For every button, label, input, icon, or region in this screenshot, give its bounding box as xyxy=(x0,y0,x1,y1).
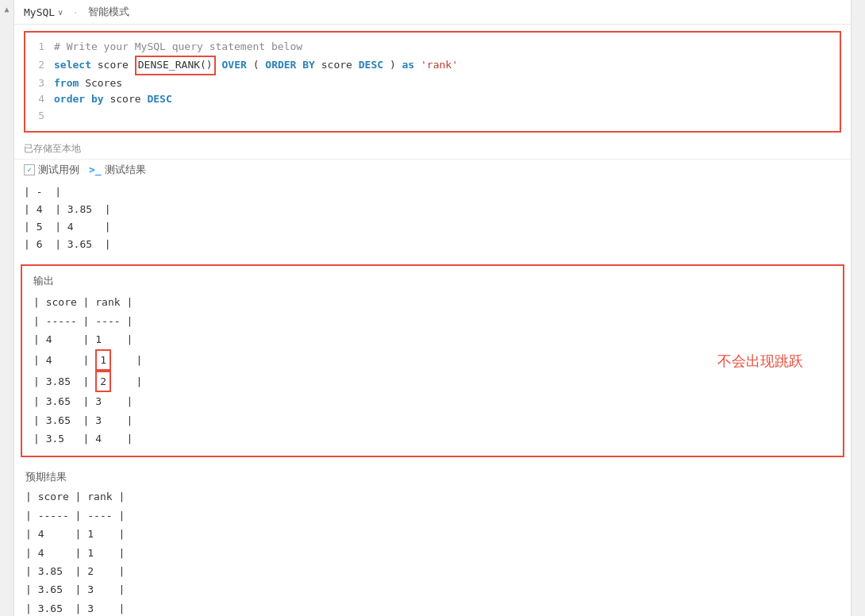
no-jump-note: 不会出现跳跃 xyxy=(717,352,803,371)
expected-label: 预期结果 xyxy=(21,470,844,484)
output-table: | score | rank | | ----- | ---- | | 4 | … xyxy=(33,293,832,448)
output-header: | score | rank | xyxy=(33,293,832,311)
test-row-0: | - | xyxy=(24,183,841,201)
output-row-4: | 3.65 | 3 | xyxy=(33,411,832,429)
dropdown-arrow-icon: ∨ xyxy=(58,8,63,17)
expected-row-0: | 4 | 1 | xyxy=(25,525,844,543)
expected-section: 预期结果 | score | rank | | ----- | ---- | |… xyxy=(21,467,844,616)
code-line-3: 3 from Scores xyxy=(33,75,832,92)
code-line-5: 5 xyxy=(33,108,832,125)
code-editor[interactable]: 1 # Write your MySQL query statement bel… xyxy=(24,31,841,133)
line-num-5: 5 xyxy=(33,108,44,125)
output-relative-wrapper: 输出 | score | rank | | ----- | ---- | | 4… xyxy=(14,260,851,462)
output-divider: | ----- | ---- | xyxy=(33,312,832,330)
smart-mode-label: 智能模式 xyxy=(88,5,129,19)
test-result-label: 测试结果 xyxy=(105,163,146,177)
expected-divider: | ----- | ---- | xyxy=(25,506,844,525)
output-row-5: | 3.5 | 4 | xyxy=(33,429,832,448)
test-result-area: | - | | 4 | 3.85 | | 5 | 4 | | 6 | 3.65 … xyxy=(14,180,851,260)
code-empty-line xyxy=(54,108,60,125)
output-row-0: | 4 | 1 | xyxy=(33,330,832,348)
line-num-2: 2 xyxy=(33,57,44,74)
expected-row-4: | 3.65 | 3 | xyxy=(25,599,844,616)
content-area: MySQL ∨ · 智能模式 1 # Write your MySQL quer… xyxy=(14,0,851,616)
output-row-2: | 3.85 | 2 | xyxy=(33,371,832,392)
right-sidebar xyxy=(851,0,865,616)
test-row-3: | 6 | 3.65 | xyxy=(24,236,841,253)
expected-row-2: | 3.85 | 2 | xyxy=(25,562,844,580)
saved-status: 已存储至本地 xyxy=(14,139,851,159)
test-case-label: 测试用例 xyxy=(38,163,79,177)
test-case-checkbox[interactable]: ✓ xyxy=(24,164,35,175)
line-num-3: 3 xyxy=(33,75,44,92)
top-bar: MySQL ∨ · 智能模式 xyxy=(14,0,851,25)
code-editor-wrapper: 1 # Write your MySQL query statement bel… xyxy=(14,25,851,139)
test-row-2: | 5 | 4 | xyxy=(24,218,841,236)
expected-header: | score | rank | xyxy=(25,487,844,506)
terminal-icon: >_ xyxy=(89,164,102,175)
left-sidebar: ▲ xyxy=(0,0,14,616)
test-row-1: | 4 | 3.85 | xyxy=(24,201,841,218)
line-num-4: 4 xyxy=(33,91,44,108)
expected-row-1: | 4 | 1 | xyxy=(25,544,844,562)
scroll-up-arrow[interactable]: ▲ xyxy=(4,5,9,13)
code-comment: # Write your MySQL query statement below xyxy=(54,39,302,56)
output-row-3: | 3.65 | 3 | xyxy=(33,392,832,410)
code-select-line: select score DENSE_RANK() OVER ( ORDER B… xyxy=(54,56,458,75)
separator: · xyxy=(72,6,79,18)
mysql-label: MySQL xyxy=(24,6,55,18)
test-result-tab[interactable]: >_ 测试结果 xyxy=(89,163,146,177)
code-line-2: 2 select score DENSE_RANK() OVER ( ORDER… xyxy=(33,56,832,75)
code-from-line: from Scores xyxy=(54,75,122,92)
expected-row-3: | 3.65 | 3 | xyxy=(25,580,844,599)
test-tabs: ✓ 测试用例 >_ 测试结果 xyxy=(14,159,851,180)
output-label: 输出 xyxy=(33,274,832,288)
code-line-4: 4 order by score DESC xyxy=(33,91,832,108)
mysql-dropdown[interactable]: MySQL ∨ xyxy=(24,6,63,18)
test-case-tab[interactable]: ✓ 测试用例 xyxy=(24,163,79,177)
expected-table: | score | rank | | ----- | ---- | | 4 | … xyxy=(21,487,844,616)
code-order-line: order by score DESC xyxy=(54,91,172,108)
code-line-1: 1 # Write your MySQL query statement bel… xyxy=(33,39,832,56)
line-num-1: 1 xyxy=(33,39,44,56)
output-row-1: | 4 | 1 | xyxy=(33,349,832,371)
